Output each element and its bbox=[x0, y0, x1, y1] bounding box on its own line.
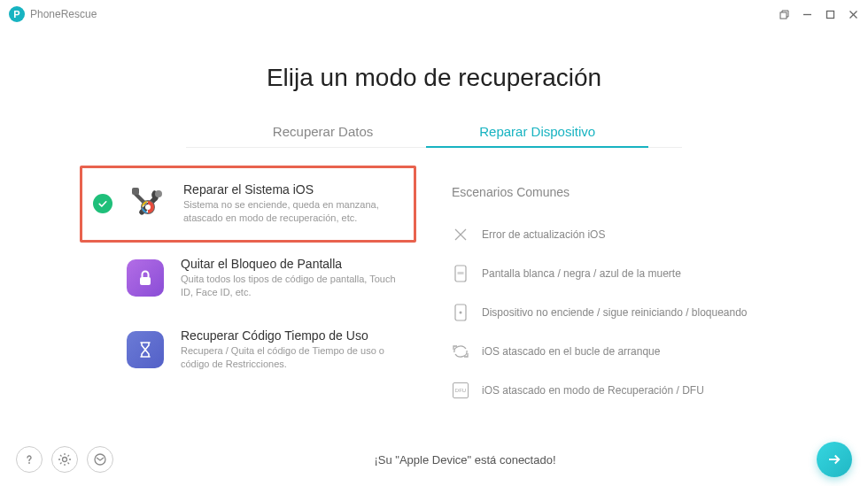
window-controls bbox=[778, 8, 859, 20]
page-title: Elija un modo de recuperación bbox=[53, 64, 815, 92]
option-desc: Quita todos los tipos de código de panta… bbox=[181, 273, 406, 300]
maximize-window-icon[interactable] bbox=[824, 8, 836, 20]
cross-icon bbox=[452, 226, 469, 243]
option-title: Reparar el Sistema iOS bbox=[183, 182, 403, 197]
svg-rect-9 bbox=[140, 277, 151, 285]
option-repair-ios[interactable]: Reparar el Sistema iOS Sistema no se enc… bbox=[80, 166, 416, 243]
svg-rect-0 bbox=[780, 12, 787, 19]
hourglass-icon bbox=[124, 328, 167, 371]
svg-rect-6 bbox=[132, 188, 139, 195]
content-columns: Reparar el Sistema iOS Sistema no se enc… bbox=[53, 166, 815, 410]
feedback-button[interactable] bbox=[87, 446, 113, 473]
svg-point-15 bbox=[460, 312, 462, 314]
dfu-icon: DFU bbox=[452, 382, 469, 399]
scenario-item: DFU iOS atascado en modo de Recuperación… bbox=[452, 371, 788, 410]
lock-icon bbox=[124, 257, 167, 299]
scenario-label: Error de actualización iOS bbox=[482, 228, 605, 241]
scenario-item: Pantalla blanca / negra / azul de la mue… bbox=[452, 254, 788, 293]
close-window-icon[interactable] bbox=[847, 8, 859, 20]
svg-point-5 bbox=[155, 190, 162, 197]
mode-tabs: Recuperar Datos Reparar Dispositivo bbox=[186, 117, 682, 148]
scenario-label: iOS atascado en modo de Recuperación / D… bbox=[482, 384, 704, 397]
check-icon bbox=[93, 194, 112, 213]
svg-point-8 bbox=[145, 204, 151, 210]
scenario-item: Dispositivo no enciende / sigue reinicia… bbox=[452, 293, 788, 332]
options-column: Reparar el Sistema iOS Sistema no se enc… bbox=[80, 166, 416, 410]
scenarios-column: Escenarios Comunes Error de actualizació… bbox=[452, 166, 788, 410]
option-repair-ios-text: Reparar el Sistema iOS Sistema no se enc… bbox=[183, 182, 403, 226]
svg-point-18 bbox=[95, 454, 105, 465]
scenarios-title: Escenarios Comunes bbox=[452, 185, 788, 199]
titlebar-left: P PhoneRescue bbox=[9, 6, 97, 22]
scenario-label: Dispositivo no enciende / sigue reinicia… bbox=[482, 306, 748, 319]
option-desc: Sistema no se enciende, queda en manzana… bbox=[183, 198, 403, 226]
app-logo-icon: P bbox=[9, 6, 25, 22]
option-title: Quitar el Bloqueo de Pantalla bbox=[181, 257, 406, 271]
app-name: PhoneRescue bbox=[30, 8, 97, 20]
settings-button[interactable] bbox=[51, 446, 78, 473]
help-button[interactable] bbox=[16, 446, 43, 473]
svg-point-16 bbox=[28, 462, 30, 464]
scenario-item: iOS atascado en el bucle de arranque bbox=[452, 332, 788, 371]
svg-rect-13 bbox=[458, 272, 464, 274]
tab-recover-data[interactable]: Recuperar Datos bbox=[220, 117, 426, 148]
scenario-label: Pantalla blanca / negra / azul de la mue… bbox=[482, 267, 681, 280]
option-screen-time-text: Recuperar Código Tiempo de Uso Recupera … bbox=[181, 328, 406, 372]
option-title: Recuperar Código Tiempo de Uso bbox=[181, 328, 406, 343]
option-desc: Recupera / Quita el código de Tiempo de … bbox=[181, 344, 406, 372]
scenario-label: iOS atascado en el bucle de arranque bbox=[482, 345, 660, 358]
tools-icon bbox=[127, 182, 169, 225]
phone-off-icon bbox=[452, 304, 469, 321]
titlebar: P PhoneRescue bbox=[0, 0, 868, 28]
footer: ¡Su "Apple Device" está conectado! bbox=[0, 442, 868, 477]
main-content: Elija un modo de recuperación Recuperar … bbox=[0, 28, 868, 410]
option-remove-lock[interactable]: Quitar el Bloqueo de Pantalla Quita todo… bbox=[113, 243, 416, 314]
footer-buttons bbox=[16, 446, 113, 473]
option-screen-time[interactable]: Recuperar Código Tiempo de Uso Recupera … bbox=[113, 314, 416, 386]
phone-screen-icon bbox=[452, 265, 469, 282]
restore-window-icon[interactable] bbox=[778, 8, 790, 20]
minimize-window-icon[interactable] bbox=[801, 8, 813, 20]
option-remove-lock-text: Quitar el Bloqueo de Pantalla Quita todo… bbox=[181, 257, 406, 300]
boot-loop-icon bbox=[452, 343, 469, 360]
svg-rect-2 bbox=[826, 11, 833, 18]
svg-point-17 bbox=[63, 458, 67, 462]
next-button[interactable] bbox=[817, 442, 852, 477]
tab-repair-device[interactable]: Reparar Dispositivo bbox=[426, 117, 648, 148]
scenario-item: Error de actualización iOS bbox=[452, 215, 788, 254]
connection-status: ¡Su "Apple Device" está conectado! bbox=[113, 453, 817, 467]
